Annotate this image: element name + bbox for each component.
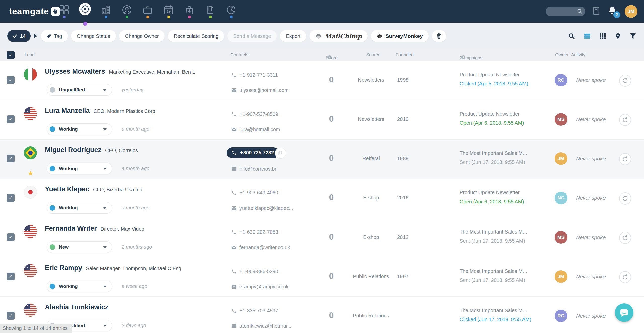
lead-phone[interactable]: +800 725 7282 xyxy=(227,147,279,158)
col-contacts: Contacts xyxy=(230,52,248,58)
refresh-activity-button[interactable] xyxy=(619,232,631,244)
select-all-checkbox[interactable]: ✓ xyxy=(7,51,15,59)
row-checkbox[interactable]: ✓ xyxy=(7,155,15,162)
lead-phone[interactable]: +1-969-886-5290 xyxy=(231,269,278,274)
refresh-activity-button[interactable] xyxy=(619,114,631,126)
lead-source: Refferal xyxy=(348,156,394,161)
mailchimp-button[interactable]: MailChimp xyxy=(309,30,368,42)
score-info-icon[interactable]: i xyxy=(328,55,332,59)
status-dropdown[interactable]: Working xyxy=(47,281,112,292)
insights-icon xyxy=(226,5,236,15)
global-search[interactable] xyxy=(546,7,585,16)
nav-item-insights[interactable] xyxy=(225,0,237,23)
delete-button[interactable] xyxy=(432,30,446,42)
lead-score: 0 xyxy=(322,310,340,320)
lead-email[interactable]: erampy@rampy.co.uk xyxy=(231,284,288,290)
lead-name[interactable]: Miguel Rodríguez xyxy=(45,146,101,154)
expand-selection-caret[interactable] xyxy=(34,34,37,38)
user-avatar[interactable]: JM xyxy=(625,5,637,18)
lead-phone[interactable]: +1-907-537-8509 xyxy=(231,111,278,117)
notes-book-icon[interactable] xyxy=(591,6,601,17)
row-checkbox[interactable]: ✓ xyxy=(7,115,15,123)
lead-identity: Fernanda Writer Director, Max Video xyxy=(45,225,144,232)
copy-phone-button[interactable] xyxy=(275,148,286,159)
campaign-status[interactable]: Sent (Jun 17, 2018, 9:55 AM) xyxy=(460,238,525,244)
lead-name[interactable]: Aleshia Tomkiewicz xyxy=(45,303,108,311)
status-label: Working xyxy=(59,205,78,211)
founded-year: 1997 xyxy=(397,274,409,279)
campaign-status[interactable]: Sent (Jun 17, 2018, 9:55 AM) xyxy=(460,159,525,165)
nav-item-calendar[interactable]: 19 xyxy=(163,0,174,23)
lead-source: Newsletters xyxy=(348,116,394,122)
tag-button[interactable]: Tag xyxy=(41,30,68,42)
nav-item-products[interactable] xyxy=(184,0,195,23)
row-checkbox[interactable]: ✓ xyxy=(7,76,15,84)
map-view-icon[interactable] xyxy=(615,32,621,40)
lead-email[interactable]: atomkiewicz@hotmai... xyxy=(231,323,291,329)
campaign-status[interactable]: Open (Apr 6, 2018, 9:55 AM) xyxy=(460,199,524,205)
lead-name[interactable]: Yuette Klapec xyxy=(45,185,89,193)
campaign-status[interactable]: Clicked (Jun 17, 2018, 9:55 AM) xyxy=(460,317,531,322)
status-dropdown[interactable]: Unqualified xyxy=(47,84,112,96)
leads-list: ✓ ★ Ulysses Mcwalters Marketing Executiv… xyxy=(0,61,644,333)
nav-item-deals[interactable] xyxy=(142,0,153,23)
lead-name[interactable]: Ulysses Mcwalters xyxy=(45,68,105,75)
table-search-icon[interactable] xyxy=(568,32,575,40)
lead-name[interactable]: Lura Manzella xyxy=(45,107,90,115)
lead-email[interactable]: info@correios.br xyxy=(231,166,276,172)
row-checkbox[interactable]: ✓ xyxy=(7,312,15,320)
teamgate-logo[interactable]: teamgate xyxy=(9,6,60,16)
lead-name[interactable]: Eric Rampy xyxy=(45,264,82,272)
phone-number: +1-907-537-8509 xyxy=(239,111,278,117)
refresh-activity-button[interactable] xyxy=(619,153,631,165)
activity-status: Never spoke xyxy=(576,274,606,280)
lead-phone[interactable]: +1-912-771-3311 xyxy=(231,72,278,78)
nav-item-companies[interactable] xyxy=(100,0,112,23)
lead-email[interactable]: fernanda@writer.co.uk xyxy=(231,245,290,250)
row-checkbox[interactable]: ✓ xyxy=(7,233,15,241)
favorite-star-icon[interactable]: ★ xyxy=(28,169,34,177)
refresh-activity-button[interactable] xyxy=(619,192,631,205)
export-button[interactable]: Export xyxy=(280,30,306,42)
recalculate-scoring-button[interactable]: Recalculate Scoring xyxy=(168,30,224,42)
lead-name[interactable]: Fernanda Writer xyxy=(45,225,97,232)
lead-phone[interactable]: +1-835-703-4597 xyxy=(231,308,278,314)
lead-title: CEO, Correios xyxy=(105,148,138,153)
lead-phone[interactable]: +1-903-649-4060 xyxy=(231,190,278,196)
campaign-status[interactable]: Sent (Jun 17, 2018, 9:55 AM) xyxy=(460,277,525,283)
nav-item-contacts[interactable] xyxy=(121,0,133,23)
change-status-button[interactable]: Change Status xyxy=(71,30,116,42)
send-message-button[interactable]: Send a Message xyxy=(227,30,277,42)
global-search-input[interactable] xyxy=(550,9,579,14)
nav-item-leads[interactable] xyxy=(79,0,91,23)
status-dropdown[interactable]: New xyxy=(47,241,112,253)
row-checkbox[interactable]: ✓ xyxy=(7,194,15,202)
status-dropdown[interactable]: Working xyxy=(47,163,112,174)
campaign-status[interactable]: Clicked (Apr 5, 2018, 9:55 AM) xyxy=(460,81,528,87)
lead-email[interactable]: yuette.klapec@klapec... xyxy=(231,205,293,211)
row-checkbox[interactable]: ✓ xyxy=(7,273,15,280)
status-dropdown[interactable]: Working xyxy=(47,123,112,135)
filter-icon[interactable] xyxy=(629,32,636,40)
nav-item-files[interactable] xyxy=(205,0,216,23)
chevron-down-icon xyxy=(103,168,107,170)
notifications-bell[interactable]: 2 xyxy=(607,5,619,18)
phone-number: +1-969-886-5290 xyxy=(239,269,278,274)
lead-email[interactable]: lura@hotmail.com xyxy=(231,127,280,132)
list-view-icon[interactable] xyxy=(583,32,591,40)
search-icon[interactable] xyxy=(577,8,583,15)
refresh-activity-button[interactable] xyxy=(619,75,631,87)
surveymonkey-button[interactable]: SurveyMonkey xyxy=(371,30,428,42)
lead-phone[interactable]: +1-630-202-7053 xyxy=(231,229,278,235)
selected-count: 14 xyxy=(20,33,26,39)
lead-email[interactable]: ulysses@hotmail.com xyxy=(231,87,289,93)
campaigns-info-icon[interactable]: i xyxy=(461,55,465,59)
change-owner-button[interactable]: Change Owner xyxy=(119,30,165,42)
grid-view-icon[interactable] xyxy=(599,32,606,40)
status-dropdown[interactable]: Working xyxy=(47,202,112,214)
selected-count-button[interactable]: 14 xyxy=(7,30,31,42)
chat-launcher-button[interactable] xyxy=(615,303,633,322)
refresh-activity-button[interactable] xyxy=(619,271,631,283)
campaign-status[interactable]: Open (Apr 6, 2018, 9:55 AM) xyxy=(460,120,524,126)
nav-item-dashboard[interactable] xyxy=(58,0,70,23)
